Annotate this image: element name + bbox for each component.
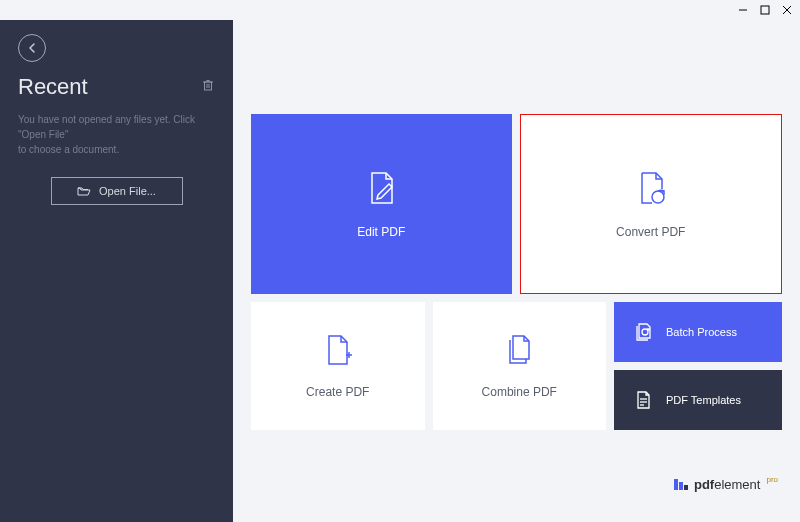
tile-convert-label: Convert PDF (616, 225, 685, 239)
recent-header: Recent (0, 74, 233, 100)
maximize-button[interactable] (758, 3, 772, 17)
titlebar (0, 0, 800, 20)
tile-combine-pdf[interactable]: Combine PDF (433, 302, 607, 430)
main-area: Edit PDF Convert PDF (233, 20, 800, 522)
tile-edit-pdf[interactable]: Edit PDF (251, 114, 512, 294)
svg-point-9 (652, 191, 664, 203)
tile-batch-label: Batch Process (666, 326, 737, 338)
edit-pdf-icon (362, 169, 400, 207)
trash-icon[interactable] (201, 78, 215, 96)
tile-pdf-templates[interactable]: PDF Templates (614, 370, 782, 430)
tile-create-label: Create PDF (306, 385, 369, 399)
svg-rect-4 (205, 82, 212, 90)
tile-row-2: Create PDF Combine PDF (251, 302, 782, 430)
brand-prefix: pdf (694, 477, 714, 492)
sidebar: Recent You have not opened any files yet… (0, 20, 233, 522)
recent-title: Recent (18, 74, 88, 100)
app-window: Recent You have not opened any files yet… (0, 0, 800, 522)
tile-convert-pdf[interactable]: Convert PDF (520, 114, 783, 294)
brand-suffix: element (714, 477, 760, 492)
recent-hint: You have not opened any files yet. Click… (0, 100, 233, 157)
brand-mark-icon (674, 479, 688, 490)
combine-pdf-icon (502, 333, 536, 367)
hint-line-2: to choose a document. (18, 142, 215, 157)
close-button[interactable] (780, 3, 794, 17)
brand-text: pdfelement (694, 477, 760, 492)
tile-combine-label: Combine PDF (482, 385, 557, 399)
body: Recent You have not opened any files yet… (0, 20, 800, 522)
tile-edit-label: Edit PDF (357, 225, 405, 239)
minimize-button[interactable] (736, 3, 750, 17)
brand-logo: pdfelement pro (674, 477, 778, 492)
create-pdf-icon (321, 333, 355, 367)
tile-templates-label: PDF Templates (666, 394, 741, 406)
hint-line-1: You have not opened any files yet. Click… (18, 112, 215, 142)
convert-pdf-icon (632, 169, 670, 207)
tile-batch-process[interactable]: Batch Process (614, 302, 782, 362)
tile-row-1: Edit PDF Convert PDF (251, 114, 782, 294)
svg-rect-1 (761, 6, 769, 14)
svg-point-12 (642, 329, 648, 335)
tile-create-pdf[interactable]: Create PDF (251, 302, 425, 430)
brand-tag: pro (766, 475, 778, 484)
tile-column-right: Batch Process PDF Templates (614, 302, 782, 430)
pdf-templates-icon (632, 389, 654, 411)
back-button[interactable] (18, 34, 46, 62)
tile-grid: Edit PDF Convert PDF (251, 114, 782, 430)
batch-process-icon (632, 321, 654, 343)
open-file-button[interactable]: Open File... (51, 177, 183, 205)
chevron-left-icon (26, 42, 38, 54)
folder-open-icon (77, 185, 91, 197)
open-file-label: Open File... (99, 185, 156, 197)
